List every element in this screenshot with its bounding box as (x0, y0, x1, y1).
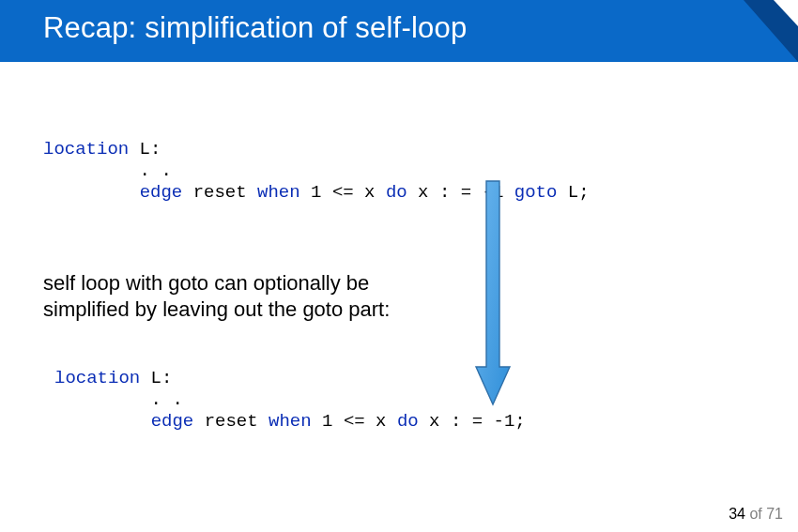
code-text: 1 <= x (300, 182, 386, 203)
code-text: reset (193, 411, 269, 432)
kw-goto: goto (514, 182, 558, 203)
code-text: 1 <= x (312, 411, 397, 432)
header-bar: Recap: simplification of self-loop (0, 0, 798, 62)
kw-do: do (397, 411, 419, 432)
para-line: self loop with goto can optionally be (43, 271, 369, 295)
kw-edge: edge (151, 411, 194, 432)
page-sep: of (745, 506, 766, 522)
kw-edge: edge (140, 182, 183, 203)
page-total: 71 (766, 506, 783, 522)
code-block-after: location L: . . edge reset when 1 <= x d… (54, 368, 526, 432)
slide: Recap: simplification of self-loop locat… (0, 0, 798, 532)
header-corner-cut (774, 0, 798, 26)
page-current: 34 (729, 506, 745, 522)
explanation-text: self loop with goto can optionally be si… (43, 270, 390, 323)
code-text: . . (54, 389, 183, 410)
slide-title: Recap: simplification of self-loop (43, 11, 467, 45)
arrow-shape (476, 181, 510, 404)
page-number: 34 of 71 (729, 506, 783, 523)
kw-when: when (269, 411, 312, 432)
kw-when: when (257, 182, 300, 203)
slide-body: location L: . . edge reset when 1 <= x d… (0, 62, 798, 532)
code-text: . . (43, 160, 172, 181)
code-text (43, 182, 140, 203)
kw-location: location (43, 139, 129, 160)
kw-location: location (54, 368, 140, 388)
para-line: simplified by leaving out the goto part: (43, 297, 390, 321)
code-text: reset (182, 182, 257, 203)
code-text: x : = -1; (419, 411, 526, 432)
down-arrow-icon (474, 179, 512, 406)
code-text: L: (129, 139, 161, 160)
code-text: L; (557, 182, 589, 203)
code-text (54, 411, 151, 432)
kw-do: do (386, 182, 407, 203)
code-text: L: (140, 368, 172, 388)
